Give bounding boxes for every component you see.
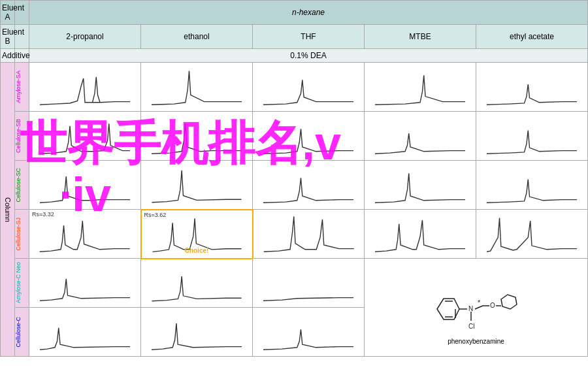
chrom-cellulose-sj-2 — [253, 210, 365, 259]
svg-text:O: O — [490, 302, 495, 309]
row-label-cellulose-sb: Cellulose-SB — [15, 112, 29, 161]
chrom-amylose-sa-1 — [141, 63, 253, 112]
chrom-sb-2 — [253, 112, 363, 157]
chrom-sc-4 — [477, 161, 587, 206]
compound-structure-svg: N * O Cl — [424, 270, 529, 335]
svg-text:N: N — [468, 305, 473, 312]
chrom-sj-3 — [365, 210, 475, 255]
chrom-cellulose-sj-3 — [365, 210, 476, 259]
row-label-text-amylose-sa: Amylose-SA — [15, 71, 22, 103]
chrom-sj-2 — [254, 210, 364, 255]
chrom-cellulose-sb-4 — [476, 112, 588, 161]
chrom-amylose-c-0 — [29, 259, 141, 308]
chrom-svg-1a — [142, 63, 252, 108]
rs-label-sj-1: Rs=3.62 — [144, 212, 167, 218]
row-label-text-cellulose-c: Cellulose-C — [15, 317, 22, 348]
svg-marker-11 — [501, 295, 517, 309]
row-label-text-cellulose-sj: Cellulose-SJ — [15, 218, 22, 251]
choice-label: Choice! — [185, 247, 209, 254]
chrom-cellulose-sc-2 — [253, 161, 365, 210]
chrom-sc-2 — [253, 161, 363, 206]
chrom-sb-0 — [30, 112, 140, 157]
chrom-cc-2 — [253, 308, 363, 353]
chrom-svg-2a — [253, 63, 363, 108]
additive-value: 0.1% DEA — [29, 49, 588, 63]
chrom-cellulose-sc-3 — [365, 161, 476, 210]
eluent-a-value: n-hexane — [29, 1, 588, 25]
rs-label-sj-0: Rs=3.32 — [32, 211, 54, 218]
chrom-ac-2 — [253, 259, 363, 304]
eluent-b-row: Eluent B 2-propanol ethanol THF MTBE eth… — [1, 25, 588, 49]
chrom-cellulose-c-2 — [253, 308, 365, 357]
chrom-cellulose-sj-0: Rs=3.32 — [29, 210, 141, 259]
eluent-b-label: Eluent B — [1, 25, 15, 49]
eluent-b-opt-0: 2-propanol — [29, 25, 141, 49]
chrom-cellulose-sb-2 — [253, 112, 365, 161]
chrom-ac-1 — [142, 260, 252, 305]
chrom-cellulose-sc-1 — [141, 161, 253, 210]
chrom-amylose-c-1 — [141, 259, 253, 308]
svg-text:*: * — [478, 299, 481, 306]
chrom-cc-0 — [30, 308, 140, 353]
chrom-amylose-sa-3 — [365, 63, 476, 112]
eluent-b-opt-1: ethanol — [141, 25, 253, 49]
chrom-amylose-sa-0 — [29, 63, 141, 112]
chrom-svg — [30, 63, 140, 108]
row-label-text-cellulose-sc: Cellulose-SC — [15, 168, 22, 203]
chrom-cellulose-sb-0 — [29, 112, 141, 161]
row-label-cellulose-sc: Cellulose-SC — [15, 161, 29, 210]
row-label-text-cellulose-sb: Cellulose-SB — [15, 119, 22, 153]
eluent-a-label: Eluent A — [1, 1, 15, 25]
chrom-cellulose-sb-3 — [365, 112, 476, 161]
chrom-cellulose-sj-4 — [476, 210, 588, 259]
row-amylose-c-neo: Amylose-C Neo — [1, 259, 588, 308]
chrom-cellulose-sb-1 — [141, 112, 253, 161]
row-label-text-amylose-c: Amylose-C Neo — [15, 262, 22, 303]
chrom-amylose-sa-2 — [253, 63, 365, 112]
eluent-b-opt-2: THF — [253, 25, 365, 49]
chrom-sc-0 — [30, 161, 140, 206]
row-label-amylose-c: Amylose-C Neo — [15, 259, 29, 308]
main-table: Eluent A n-hexane Eluent B 2-propanol et… — [0, 0, 588, 357]
chrom-sc-1 — [142, 161, 252, 206]
chrom-amylose-sa-4 — [476, 63, 588, 112]
chrom-cellulose-sc-4 — [476, 161, 588, 210]
row-cellulose-sb: Cellulose-SB — [1, 112, 588, 161]
chrom-sb-1 — [142, 112, 252, 157]
row-label-cellulose-c: Cellulose-C — [15, 308, 29, 357]
row-label-cellulose-sj: Cellulose-SJ — [15, 210, 29, 259]
svg-marker-0 — [437, 299, 459, 319]
chrom-cellulose-c-1 — [141, 308, 253, 357]
chrom-sb-3 — [365, 112, 475, 157]
chrom-ac-0 — [30, 259, 140, 304]
chrom-amylose-c-2 — [253, 259, 365, 308]
compound-name: phenoxybenzamine — [367, 338, 585, 345]
compound-structure-cell: N * O Cl phenoxybenzamine — [365, 259, 588, 357]
chrom-cc-1 — [142, 308, 252, 353]
chrom-sb-4 — [477, 112, 587, 157]
chrom-cellulose-sj-1: Rs=3.62 Choice! — [141, 210, 253, 259]
additive-row: Additive 0.1% DEA — [1, 49, 588, 63]
row-label-amylose-sa: Amylose-SA — [15, 63, 29, 112]
chrom-svg-4a — [477, 63, 587, 108]
column-label-text: Column — [4, 197, 12, 222]
column-label: Column — [1, 63, 15, 357]
row-cellulose-sc: Cellulose-SC — [1, 161, 588, 210]
chrom-cellulose-c-0 — [29, 308, 141, 357]
svg-text:Cl: Cl — [468, 323, 474, 330]
chrom-svg-3a — [365, 63, 475, 108]
eluent-b-opt-4: ethyl acetate — [476, 25, 588, 49]
row-amylose-sa: Column Amylose-SA — [1, 63, 588, 112]
chrom-cellulose-sc-0 — [29, 161, 141, 210]
eluent-a-row: Eluent A n-hexane — [1, 1, 588, 25]
eluent-b-opt-3: MTBE — [365, 25, 476, 49]
row-cellulose-sj: Cellulose-SJ Rs=3.32 Rs=3.62 Choice! — [1, 210, 588, 259]
additive-label: Additive — [1, 49, 15, 63]
chrom-sc-3 — [365, 161, 475, 206]
chrom-sj-4 — [477, 210, 587, 255]
